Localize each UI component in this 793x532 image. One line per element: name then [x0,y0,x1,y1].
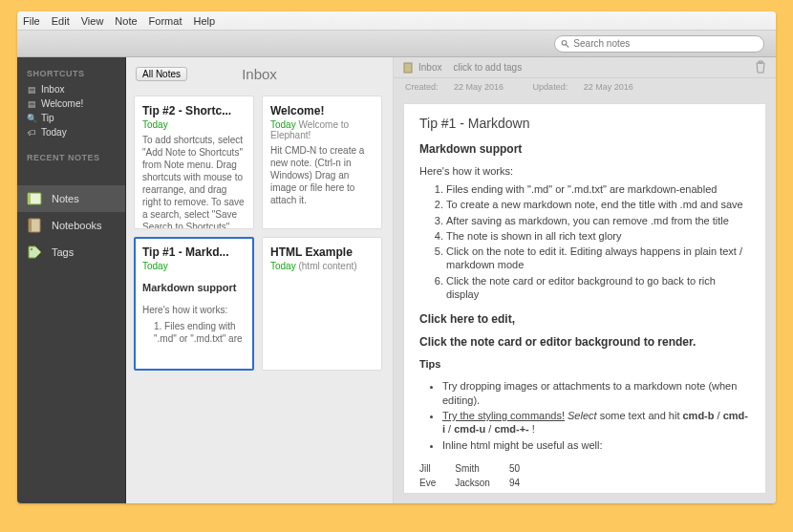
card-date: Today [142,261,168,271]
breadcrumb[interactable]: Inbox [418,62,441,73]
tips-list: Try dropping images or attachments to a … [442,379,750,451]
notebooks-icon [27,218,44,233]
note-card-tip1[interactable]: Tip #1 - Markd... Today Markdown support… [134,237,254,371]
menu-edit[interactable]: Edit [52,15,70,27]
recent-heading: RECENT NOTES [17,149,125,166]
svg-point-6 [31,248,32,250]
nav-tags[interactable]: Tags [17,239,125,266]
tips-heading: Tips [419,358,750,370]
card-meta: (html content) [298,261,356,271]
search-box[interactable] [554,35,764,53]
card-date: Today [270,261,296,271]
tips-item: Try the styling commands! Select some te… [442,409,750,436]
olist-item: Click the note card or editor background… [446,274,750,302]
tag-icon: 🏷 [27,128,36,138]
sidebar: SHORTCUTS ▤Inbox ▤Welcome! 🔍Tip 🏷Today R… [17,57,125,503]
olist-item: The note is shown in all rich text glory [446,229,750,243]
notebook-title: Inbox [126,66,393,82]
note-card-welcome[interactable]: Welcome! Today Welcome to Elephant! Hit … [262,96,382,229]
tags-placeholder[interactable]: click to add tags [453,62,522,73]
menu-view[interactable]: View [81,15,104,27]
tips-item: Inline html might be useful as well: [442,438,750,452]
detail-header: Inbox click to add tags [394,57,776,78]
toolbar [17,31,776,57]
search-icon [561,39,569,49]
menu-note[interactable]: Note [115,15,137,27]
card-date: Today [142,119,168,130]
note-h2: Markdown support [419,142,750,156]
notes-icon [27,191,44,206]
card-subtitle: Markdown support [142,281,246,294]
nav-label: Tags [52,246,74,258]
search-icon: 🔍 [27,114,36,123]
card-body: Here's how it works: [142,304,246,316]
shortcut-inbox[interactable]: ▤Inbox [17,82,125,96]
trash-icon[interactable] [755,60,766,75]
olist-item: To create a new markdown note, end the t… [446,198,750,211]
card-body: Hit CMD-N to create a new note. (Ctrl-n … [270,144,374,206]
note-card-html[interactable]: HTML Example Today (html content) [262,237,382,371]
updated-label: Updated: 22 May 2016 [533,82,647,92]
search-input[interactable] [573,38,758,49]
card-body-list: 1. Files ending with ".md" or ".md.txt" … [142,320,246,345]
olist-item: After saving as markdown, you can remove… [446,214,750,227]
click-render: Click the note card or editor background… [419,335,750,349]
shortcut-label: Welcome! [41,98,83,109]
card-title: Welcome! [270,104,374,117]
note-list-pane: All Notes Inbox Tip #2 - Shortc... Today… [125,57,394,503]
note-icon: ▤ [27,99,36,109]
note-olist: Files ending with ".md" or ".md.txt" are… [446,182,750,301]
created-label: Created: 22 May 2016 [405,82,517,92]
shortcut-label: Inbox [41,84,64,95]
note-cards: Tip #2 - Shortc... Today To add shortcut… [126,90,393,376]
menu-file[interactable]: File [23,15,40,27]
shortcuts-heading: SHORTCUTS [17,65,125,82]
nav-label: Notes [52,193,79,204]
example-table: JillSmith50 EveJackson94 [419,461,539,490]
menu-format[interactable]: Format [149,15,182,27]
svg-rect-7 [404,63,412,73]
svg-line-1 [566,44,568,47]
card-body: To add shortcuts, select "Add Note to Sh… [142,134,246,229]
tips-item: Try dropping images or attachments to a … [442,379,750,407]
card-title: Tip #1 - Markd... [142,245,246,259]
content: SHORTCUTS ▤Inbox ▤Welcome! 🔍Tip 🏷Today R… [17,57,776,503]
olist-item: Click on the note to edit it. Editing al… [446,245,750,272]
click-edit: Click here to edit, [419,312,750,326]
note-intro: Here's how it works: [419,165,750,177]
table-row: JillSmith50 [419,461,539,476]
nav-notes[interactable]: Notes [17,185,125,212]
menu-help[interactable]: Help [193,15,215,27]
note-icon: ▤ [27,85,36,95]
shortcut-today[interactable]: 🏷Today [17,125,125,139]
svg-rect-5 [29,219,32,232]
card-date: Today [270,119,296,130]
card-title: HTML Example [270,245,374,259]
sidebar-nav: Notes Notebooks Tags [17,185,125,266]
table-row: EveJackson94 [419,476,539,490]
note-detail-pane: Inbox click to add tags Created: 22 May … [394,57,776,503]
nav-label: Notebooks [52,220,102,231]
menubar: File Edit View Note Format Help [17,11,776,31]
card-title: Tip #2 - Shortc... [142,104,246,117]
note-title: Tip #1 - Markdown [419,116,750,131]
note-list-header: All Notes Inbox [126,57,393,90]
detail-dates: Created: 22 May 2016 Updated: 22 May 201… [394,78,776,96]
svg-rect-3 [28,193,31,204]
tags-icon [27,245,44,260]
olist-item: Files ending with ".md" or ".md.txt" are… [446,182,750,196]
shortcut-welcome[interactable]: ▤Welcome! [17,96,125,111]
svg-point-0 [562,40,567,45]
notebook-icon [403,62,415,74]
note-editor[interactable]: Tip #1 - Markdown Markdown support Here'… [403,103,766,494]
nav-notebooks[interactable]: Notebooks [17,212,125,239]
shortcut-label: Tip [41,113,54,123]
shortcut-label: Today [41,127,67,138]
note-card-tip2[interactable]: Tip #2 - Shortc... Today To add shortcut… [134,96,254,229]
shortcut-tip[interactable]: 🔍Tip [17,111,125,125]
app-window: File Edit View Note Format Help SHORTCUT… [17,11,776,503]
